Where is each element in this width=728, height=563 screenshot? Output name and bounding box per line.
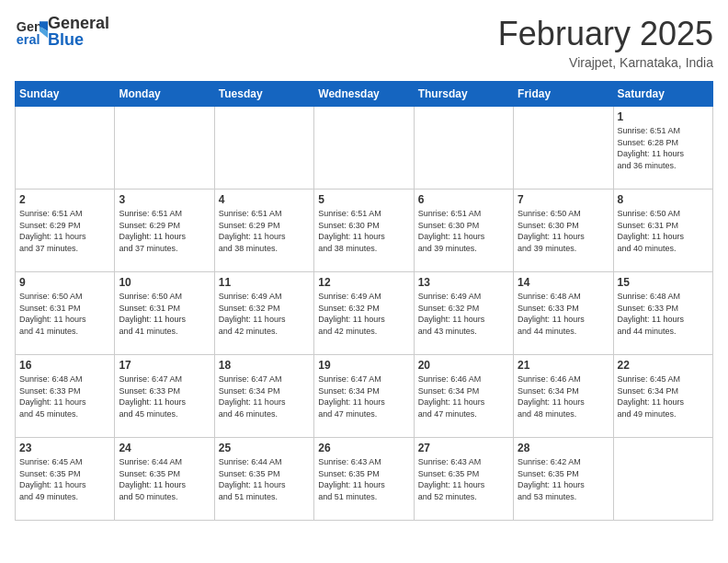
day-info: Sunrise: 6:46 AM Sunset: 6:34 PM Dayligh… xyxy=(518,373,609,419)
calendar-cell: 4Sunrise: 6:51 AM Sunset: 6:29 PM Daylig… xyxy=(214,190,313,272)
calendar-cell xyxy=(16,107,115,190)
svg-text:eral: eral xyxy=(17,32,40,47)
calendar-cell: 16Sunrise: 6:48 AM Sunset: 6:33 PM Dayli… xyxy=(16,355,115,438)
weekday-monday: Monday xyxy=(115,82,214,107)
day-info: Sunrise: 6:45 AM Sunset: 6:34 PM Dayligh… xyxy=(618,373,709,419)
day-info: Sunrise: 6:49 AM Sunset: 6:32 PM Dayligh… xyxy=(219,291,310,337)
title-block: February 2025 Virajpet, Karnataka, India xyxy=(498,15,713,70)
day-number: 28 xyxy=(518,442,609,454)
day-info: Sunrise: 6:51 AM Sunset: 6:30 PM Dayligh… xyxy=(418,208,509,254)
calendar-cell: 8Sunrise: 6:50 AM Sunset: 6:31 PM Daylig… xyxy=(613,190,712,272)
day-number: 17 xyxy=(119,359,210,372)
calendar-cell: 9Sunrise: 6:50 AM Sunset: 6:31 PM Daylig… xyxy=(16,272,115,355)
day-info: Sunrise: 6:50 AM Sunset: 6:31 PM Dayligh… xyxy=(618,208,709,254)
day-info: Sunrise: 6:47 AM Sunset: 6:33 PM Dayligh… xyxy=(119,373,210,419)
calendar-cell xyxy=(514,107,613,190)
day-number: 5 xyxy=(318,193,409,206)
calendar-cell: 23Sunrise: 6:45 AM Sunset: 6:35 PM Dayli… xyxy=(16,438,115,521)
day-info: Sunrise: 6:44 AM Sunset: 6:35 PM Dayligh… xyxy=(119,456,210,502)
month-title: February 2025 xyxy=(498,15,713,53)
weekday-wednesday: Wednesday xyxy=(314,82,414,107)
day-number: 18 xyxy=(219,359,310,372)
day-number: 16 xyxy=(19,359,110,372)
calendar-cell: 15Sunrise: 6:48 AM Sunset: 6:33 PM Dayli… xyxy=(613,272,712,355)
day-info: Sunrise: 6:49 AM Sunset: 6:32 PM Dayligh… xyxy=(418,291,509,337)
calendar-week-4: 23Sunrise: 6:45 AM Sunset: 6:35 PM Dayli… xyxy=(16,438,713,521)
day-number: 13 xyxy=(418,276,509,289)
calendar-cell xyxy=(314,107,414,190)
calendar-cell: 7Sunrise: 6:50 AM Sunset: 6:30 PM Daylig… xyxy=(514,190,613,272)
calendar-cell: 5Sunrise: 6:51 AM Sunset: 6:30 PM Daylig… xyxy=(314,190,414,272)
calendar-cell: 13Sunrise: 6:49 AM Sunset: 6:32 PM Dayli… xyxy=(414,272,513,355)
day-number: 11 xyxy=(219,276,310,289)
day-info: Sunrise: 6:47 AM Sunset: 6:34 PM Dayligh… xyxy=(219,373,310,419)
day-info: Sunrise: 6:43 AM Sunset: 6:35 PM Dayligh… xyxy=(318,456,409,502)
location: Virajpet, Karnataka, India xyxy=(498,55,713,70)
day-info: Sunrise: 6:49 AM Sunset: 6:32 PM Dayligh… xyxy=(318,291,409,337)
calendar-cell: 25Sunrise: 6:44 AM Sunset: 6:35 PM Dayli… xyxy=(214,438,313,521)
calendar-cell: 2Sunrise: 6:51 AM Sunset: 6:29 PM Daylig… xyxy=(16,190,115,272)
calendar-cell: 18Sunrise: 6:47 AM Sunset: 6:34 PM Dayli… xyxy=(214,355,313,438)
weekday-tuesday: Tuesday xyxy=(214,82,313,107)
day-number: 12 xyxy=(318,276,409,289)
day-number: 8 xyxy=(618,193,709,206)
calendar-cell: 14Sunrise: 6:48 AM Sunset: 6:33 PM Dayli… xyxy=(514,272,613,355)
day-number: 19 xyxy=(318,359,409,372)
calendar-cell: 11Sunrise: 6:49 AM Sunset: 6:32 PM Dayli… xyxy=(214,272,313,355)
calendar-week-0: 1Sunrise: 6:51 AM Sunset: 6:28 PM Daylig… xyxy=(16,107,713,190)
day-number: 27 xyxy=(418,442,509,454)
day-info: Sunrise: 6:45 AM Sunset: 6:35 PM Dayligh… xyxy=(19,456,110,502)
calendar-cell: 21Sunrise: 6:46 AM Sunset: 6:34 PM Dayli… xyxy=(514,355,613,438)
day-number: 1 xyxy=(618,110,709,123)
calendar-table: SundayMondayTuesdayWednesdayThursdayFrid… xyxy=(15,81,713,521)
day-number: 7 xyxy=(518,193,609,206)
calendar-week-2: 9Sunrise: 6:50 AM Sunset: 6:31 PM Daylig… xyxy=(16,272,713,355)
day-info: Sunrise: 6:47 AM Sunset: 6:34 PM Dayligh… xyxy=(318,373,409,419)
day-info: Sunrise: 6:44 AM Sunset: 6:35 PM Dayligh… xyxy=(219,456,310,502)
weekday-header-row: SundayMondayTuesdayWednesdayThursdayFrid… xyxy=(16,82,713,107)
day-info: Sunrise: 6:51 AM Sunset: 6:30 PM Dayligh… xyxy=(318,208,409,254)
calendar-cell: 1Sunrise: 6:51 AM Sunset: 6:28 PM Daylig… xyxy=(613,107,712,190)
calendar-cell: 20Sunrise: 6:46 AM Sunset: 6:34 PM Dayli… xyxy=(414,355,513,438)
day-info: Sunrise: 6:48 AM Sunset: 6:33 PM Dayligh… xyxy=(518,291,609,337)
day-info: Sunrise: 6:48 AM Sunset: 6:33 PM Dayligh… xyxy=(618,291,709,337)
day-number: 6 xyxy=(418,193,509,206)
calendar-cell: 19Sunrise: 6:47 AM Sunset: 6:34 PM Dayli… xyxy=(314,355,414,438)
weekday-sunday: Sunday xyxy=(16,82,115,107)
page-header: Gen eral General Blue February 2025 Vira… xyxy=(15,15,713,70)
day-number: 15 xyxy=(618,276,709,289)
calendar-cell: 24Sunrise: 6:44 AM Sunset: 6:35 PM Dayli… xyxy=(115,438,214,521)
day-number: 3 xyxy=(119,193,210,206)
day-info: Sunrise: 6:50 AM Sunset: 6:30 PM Dayligh… xyxy=(518,208,609,254)
weekday-friday: Friday xyxy=(514,82,613,107)
calendar-cell: 10Sunrise: 6:50 AM Sunset: 6:31 PM Dayli… xyxy=(115,272,214,355)
day-number: 22 xyxy=(618,359,709,372)
calendar-cell xyxy=(613,438,712,521)
day-number: 26 xyxy=(318,442,409,454)
calendar-cell: 3Sunrise: 6:51 AM Sunset: 6:29 PM Daylig… xyxy=(115,190,214,272)
calendar-cell: 6Sunrise: 6:51 AM Sunset: 6:30 PM Daylig… xyxy=(414,190,513,272)
calendar-cell: 28Sunrise: 6:42 AM Sunset: 6:35 PM Dayli… xyxy=(514,438,613,521)
day-number: 20 xyxy=(418,359,509,372)
logo-text: General Blue xyxy=(48,15,109,48)
calendar-cell: 12Sunrise: 6:49 AM Sunset: 6:32 PM Dayli… xyxy=(314,272,414,355)
day-info: Sunrise: 6:48 AM Sunset: 6:33 PM Dayligh… xyxy=(19,373,110,419)
calendar-cell: 22Sunrise: 6:45 AM Sunset: 6:34 PM Dayli… xyxy=(613,355,712,438)
day-info: Sunrise: 6:51 AM Sunset: 6:28 PM Dayligh… xyxy=(618,125,709,171)
calendar-cell: 27Sunrise: 6:43 AM Sunset: 6:35 PM Dayli… xyxy=(414,438,513,521)
day-number: 10 xyxy=(119,276,210,289)
day-number: 24 xyxy=(119,442,210,454)
day-number: 21 xyxy=(518,359,609,372)
day-info: Sunrise: 6:51 AM Sunset: 6:29 PM Dayligh… xyxy=(119,208,210,254)
day-info: Sunrise: 6:50 AM Sunset: 6:31 PM Dayligh… xyxy=(119,291,210,337)
day-info: Sunrise: 6:50 AM Sunset: 6:31 PM Dayligh… xyxy=(19,291,110,337)
calendar-cell xyxy=(214,107,313,190)
weekday-thursday: Thursday xyxy=(414,82,513,107)
day-info: Sunrise: 6:51 AM Sunset: 6:29 PM Dayligh… xyxy=(219,208,310,254)
day-number: 2 xyxy=(19,193,110,206)
day-info: Sunrise: 6:46 AM Sunset: 6:34 PM Dayligh… xyxy=(418,373,509,419)
day-number: 25 xyxy=(219,442,310,454)
logo: Gen eral General Blue xyxy=(15,15,109,48)
calendar-header: SundayMondayTuesdayWednesdayThursdayFrid… xyxy=(16,82,713,107)
calendar-body: 1Sunrise: 6:51 AM Sunset: 6:28 PM Daylig… xyxy=(16,107,713,521)
